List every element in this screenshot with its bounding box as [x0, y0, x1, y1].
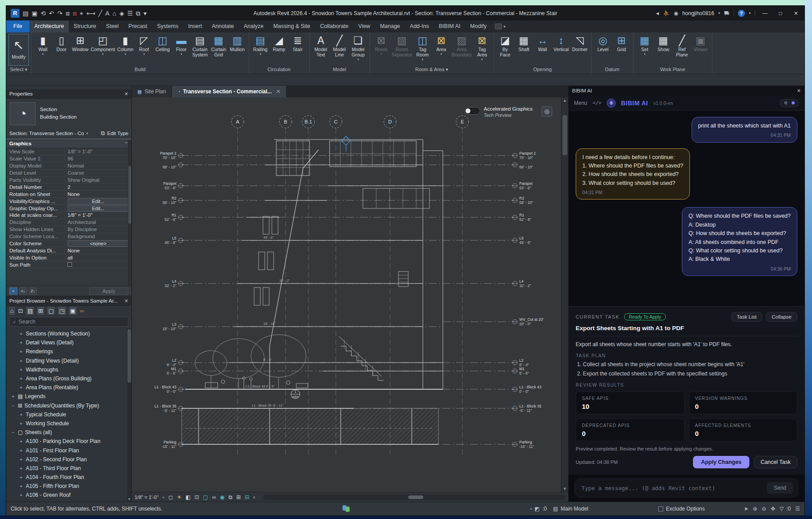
expander-icon[interactable]: − — [11, 403, 16, 408]
group-header[interactable]: Graphics — [9, 141, 32, 147]
roof-button[interactable]: ◸Roof▾ — [135, 34, 153, 56]
type-selector[interactable]: Section: Transverse Section - Co — [9, 131, 84, 136]
bibim-menu-button[interactable]: Menu — [574, 100, 587, 106]
property-value[interactable]: Edit... — [65, 198, 131, 204]
tag-room-button[interactable]: ◫TagRoom▾ — [414, 34, 432, 61]
model-group-button[interactable]: ❏ModelGroup▾ — [349, 34, 367, 61]
model-text-button[interactable]: AModelText — [312, 34, 330, 58]
tree-item[interactable]: −▢Sheets (all) — [6, 428, 131, 437]
panel-label[interactable]: Select ▾ — [6, 66, 31, 74]
legend-list-icon[interactable]: ▤ — [27, 307, 34, 315]
tree-item[interactable]: +Renderings — [6, 347, 131, 356]
aligned-dimension-icon[interactable]: ⟷ — [86, 10, 95, 17]
tree-item[interactable]: +A100 - Parking Deck Floor Plan — [6, 437, 131, 446]
tree-item[interactable]: +Drafting Views (Detail) — [6, 356, 131, 365]
expander-icon[interactable]: + — [19, 448, 24, 453]
curtain-system-button[interactable]: ▤CurtainSystem — [191, 34, 209, 58]
families-icon[interactable]: ▣ — [69, 307, 76, 315]
tree-item[interactable]: +Area Plans (Gross Building) — [6, 374, 131, 383]
model-line-icon[interactable]: ╱ — [98, 10, 102, 17]
expander-icon[interactable]: + — [19, 492, 24, 498]
ribbon-tab-insert[interactable]: Insert — [183, 20, 207, 32]
undo-icon[interactable]: ↶ — [49, 10, 54, 17]
component-button[interactable]: ◰Component▾ — [90, 34, 115, 56]
property-value[interactable]: Edit... — [65, 205, 131, 212]
ribbon-tab-add-ins[interactable]: Add-Ins — [405, 20, 434, 32]
ribbon-state-dropdown-icon[interactable]: ▾ — [503, 24, 506, 29]
area-button[interactable]: ⊠Area▾ — [432, 34, 450, 56]
close-button[interactable]: ✕ — [790, 10, 802, 16]
tree-item[interactable]: −⊞Schedules/Quantities (By Type) — [6, 401, 131, 410]
tree-item[interactable]: +Area Plans (Rentable) — [6, 383, 131, 392]
wall-button[interactable]: ↔Wall — [533, 34, 552, 52]
expand-view-icon[interactable]: ⊡ — [18, 307, 23, 314]
redo-icon[interactable]: ↷ — [57, 10, 63, 17]
collapse-icon[interactable]: ‹ — [253, 494, 255, 500]
save-icon[interactable]: ▣ — [32, 10, 37, 17]
transfer-standards-icon[interactable]: ⧈ — [73, 10, 77, 17]
ribbon-tab-steel[interactable]: Steel — [101, 20, 124, 32]
close-tab-icon[interactable]: ✕ — [276, 88, 281, 95]
default-3d-view-icon[interactable]: ⌂ — [112, 10, 116, 17]
sync-icon[interactable]: ⟲ — [40, 10, 46, 17]
ref-plane-button[interactable]: ╱RefPlane — [673, 34, 691, 58]
sun-path-icon[interactable]: ☀ — [177, 494, 182, 500]
editable-worksets[interactable]: ▾ ◩ :0 — [530, 506, 547, 512]
temp-view-properties-icon[interactable]: ⧉ — [228, 494, 232, 500]
tree-item[interactable]: +A104 - Fourth Floor Plan — [6, 473, 131, 482]
help-dropdown-icon[interactable]: ▾ — [749, 11, 751, 15]
ramp-button[interactable]: ◢Ramp — [270, 34, 288, 52]
maximize-button[interactable]: □ — [775, 10, 786, 16]
wall-button[interactable]: ▮Wall▾ — [34, 34, 52, 56]
print-icon[interactable]: ⧈ — [66, 10, 70, 17]
analytical-model-icon[interactable]: ⊞ — [236, 494, 241, 500]
sheets-icon[interactable]: ▢ — [48, 307, 55, 315]
stair-button[interactable]: ≣Stair — [289, 34, 307, 52]
collapse-button[interactable]: Collapse — [766, 312, 797, 322]
expander-icon[interactable]: + — [11, 394, 16, 399]
property-value[interactable]: <none> — [65, 240, 131, 247]
edit-button[interactable]: <none> — [68, 240, 129, 247]
tree-item[interactable]: +A105 - Fifth Floor Plan — [6, 482, 131, 491]
cart-icon[interactable]: ⛟ — [724, 10, 729, 16]
edit-button[interactable]: Edit... — [68, 198, 129, 204]
canvas-horizontal-scrollbar[interactable] — [263, 495, 565, 500]
tree-item[interactable]: +Typical Schedule — [6, 410, 131, 419]
tree-item[interactable]: +Working Schedule — [6, 419, 131, 428]
exclude-options-checkbox[interactable]: Exclude Options — [658, 506, 705, 512]
floor-button[interactable]: ▬Floor▾ — [172, 34, 191, 56]
grid-button[interactable]: ⊞Grid — [613, 34, 631, 52]
sort-za-icon[interactable]: Z↓ — [29, 287, 37, 295]
reveal-hidden-icon[interactable]: ◉ — [220, 494, 224, 500]
property-value[interactable]: 2 — [65, 184, 131, 190]
visual-style-icon[interactable]: ◻ — [168, 494, 173, 500]
property-value[interactable]: Normal — [65, 163, 131, 168]
tree-item[interactable]: +A103 - Third Floor Plan — [6, 464, 131, 473]
text-icon[interactable]: A — [105, 10, 109, 17]
expander-icon[interactable]: − — [11, 430, 16, 435]
expander-icon[interactable]: + — [19, 466, 24, 471]
tree-item[interactable]: +A101 - First Floor Plan — [6, 446, 131, 455]
edit-button[interactable]: Edit... — [68, 205, 129, 212]
by-face-button[interactable]: ◪ByFace — [496, 34, 514, 58]
drawing-canvas[interactable]: ABB.1CDE Parapet 270' - 10"Parapet 270' … — [132, 97, 561, 492]
expander-icon[interactable]: + — [19, 331, 24, 336]
model-line-button[interactable]: ╱ModelLine — [330, 34, 349, 58]
modify-button[interactable]: ↖Modify — [8, 34, 29, 66]
expander-icon[interactable]: + — [19, 457, 24, 462]
select-underlay-icon[interactable]: ⊕ — [753, 506, 757, 512]
property-value[interactable]: None — [65, 192, 131, 197]
expander-icon[interactable]: + — [19, 412, 24, 417]
tree-item[interactable]: +Detail Views (Detail) — [6, 338, 131, 347]
ribbon-tab-file[interactable]: File — [6, 20, 29, 32]
curtain-grid-button[interactable]: ▦CurtainGrid — [210, 34, 228, 58]
property-value[interactable]: all — [65, 255, 131, 260]
window-button[interactable]: ⊞Window — [71, 34, 89, 52]
area-boundary-button[interactable]: ▨AreaBoundary — [451, 34, 473, 58]
dormer-button[interactable]: ◹Dormer — [571, 34, 589, 52]
expander-icon[interactable]: + — [19, 358, 24, 363]
views-home-icon[interactable]: ⌂ — [9, 307, 15, 315]
expander-icon[interactable]: + — [19, 475, 24, 480]
edit-type-button[interactable]: Edit Type — [107, 131, 128, 136]
ribbon-tab-bibim-ai[interactable]: BIBIM AI — [434, 20, 466, 32]
